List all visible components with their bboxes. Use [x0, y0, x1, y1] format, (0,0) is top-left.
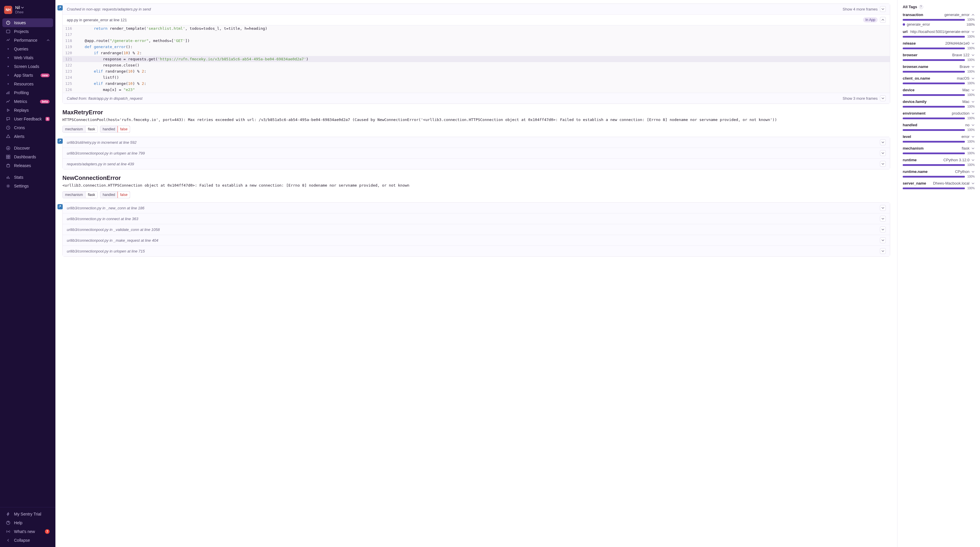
code-line: 121 response = requests.get('https://ruf… — [63, 56, 890, 62]
bullet-icon: • — [6, 47, 11, 51]
code-line: 120 if randrange(10) % 2: — [63, 50, 890, 56]
sidebar-item-releases[interactable]: Releases — [2, 161, 53, 170]
frame-row[interactable]: urllib3/connection.py in connect at line… — [63, 213, 890, 224]
expand-button[interactable] — [880, 237, 886, 243]
expand-button[interactable] — [880, 95, 886, 101]
tag-pill[interactable]: handledfalse — [100, 126, 130, 133]
tag-row[interactable]: device Mac 100% — [903, 88, 975, 97]
metrics-icon — [6, 99, 11, 104]
expand-button[interactable] — [880, 6, 886, 12]
sidebar-item-resources[interactable]: •Resources — [2, 80, 53, 88]
show-more-frames[interactable]: Show 3 more frames — [843, 96, 878, 100]
sidebar-item-label: Queries — [14, 47, 28, 51]
sidebar-item-label: Stats — [14, 175, 23, 180]
tag-row[interactable]: environment production 100% — [903, 111, 975, 120]
gear-icon — [6, 184, 11, 188]
tag-row[interactable]: transaction generate_error 100% generate… — [903, 13, 975, 27]
sidebar-item-label: My Sentry Trial — [14, 512, 41, 517]
bullet-icon: • — [6, 73, 11, 78]
frame-row[interactable]: urllib3/connectionpool.py in urlopen at … — [63, 148, 890, 159]
stats-icon — [6, 175, 11, 180]
help-icon[interactable]: ? — [919, 5, 923, 9]
tag-subvalue[interactable]: generate_error100% — [903, 22, 975, 27]
sidebar-item-help[interactable]: Help — [2, 518, 53, 527]
sidebar-item-discover[interactable]: Discover — [2, 144, 53, 153]
tag-row[interactable]: device.family Mac 100% — [903, 99, 975, 108]
sidebar-item-stats[interactable]: Stats — [2, 173, 53, 182]
tag-row[interactable]: level error 100% — [903, 134, 975, 143]
tag-row[interactable]: runtime CPython 3.12.0 100% — [903, 158, 975, 167]
issues-icon — [6, 21, 11, 25]
beta-badge: beta — [40, 100, 49, 103]
code-line: 124 listf() — [63, 74, 890, 81]
code-block: 116 return render_template('searchlist.h… — [63, 25, 890, 93]
show-more-frames[interactable]: Show 4 more frames — [843, 7, 878, 11]
all-tags-title: All Tags ? — [903, 5, 975, 9]
tag-row[interactable]: client_os.name macOS 100% — [903, 76, 975, 85]
tag-row[interactable]: release 20f4d44de1e0 100% — [903, 41, 975, 50]
frame-row[interactable]: urllib3/connectionpool.py in _validate_c… — [63, 224, 890, 235]
tag-row[interactable]: browser.name Brave 100% — [903, 64, 975, 73]
svg-rect-7 — [6, 155, 8, 157]
sidebar-item-collapse[interactable]: Collapse — [2, 536, 53, 545]
svg-rect-8 — [8, 155, 10, 157]
tag-pill[interactable]: handledfalse — [100, 191, 130, 198]
svg-rect-13 — [8, 176, 8, 179]
sidebar-item-webvitals[interactable]: •Web Vitals — [2, 53, 53, 62]
bullet-icon: • — [6, 56, 11, 60]
tag-row[interactable]: url http://localhost:5001/generate-error… — [903, 29, 975, 38]
expand-button[interactable] — [880, 150, 886, 156]
bullet-icon: • — [6, 82, 11, 86]
org-switcher[interactable]: NH Nil Dhee — [0, 1, 56, 17]
frame-row[interactable]: urllib3/connection.py in _new_conn at li… — [63, 203, 890, 213]
tag-pill[interactable]: mechanismflask — [62, 126, 98, 133]
expand-button[interactable] — [880, 216, 886, 222]
sidebar-item-queries[interactable]: •Queries — [2, 45, 53, 53]
frame-row[interactable]: urllib3/connectionpool.py in _make_reque… — [63, 235, 890, 246]
svg-rect-10 — [8, 157, 10, 159]
exception-message: HTTPSConnectionPool(host='rufn.fmoceky.i… — [62, 117, 890, 123]
tag-row[interactable]: handled no 100% — [903, 123, 975, 132]
frame-row[interactable]: requests/adapters.py in send at line 439 — [63, 159, 890, 169]
svg-point-17 — [8, 531, 9, 532]
sidebar-item-appstarts[interactable]: •App Startsnew — [2, 71, 53, 80]
expand-button[interactable] — [880, 205, 886, 211]
sidebar-item-label: App Starts — [14, 73, 33, 78]
sidebar-item-alerts[interactable]: Alerts — [2, 132, 53, 141]
tag-pill[interactable]: mechanismflask — [62, 191, 98, 198]
sidebar-item-whatsnew[interactable]: What's new7 — [2, 527, 53, 536]
svg-rect-9 — [6, 157, 8, 159]
sidebar-item-performance[interactable]: Performance — [2, 36, 53, 45]
performance-icon — [6, 38, 11, 43]
frame-file-location: app.py in generate_error at line 121 — [67, 18, 127, 22]
sidebar-item-issues[interactable]: Issues — [2, 18, 53, 27]
sidebar-item-screenloads[interactable]: •Screen Loads — [2, 62, 53, 71]
sidebar-item-settings[interactable]: Settings — [2, 182, 53, 191]
tag-row[interactable]: browser Brave 122 100% — [903, 53, 975, 62]
sidebar-item-profiling[interactable]: Profiling — [2, 88, 53, 97]
tag-row[interactable]: runtime.name CPython 100% — [903, 169, 975, 178]
new-badge: new — [41, 73, 49, 77]
tag-row[interactable]: server_name Dhees-Macbook.local 100% — [903, 181, 975, 190]
expand-button[interactable] — [880, 139, 886, 145]
expand-button[interactable] — [880, 161, 886, 167]
exception-tags: mechanismflaskhandledfalse — [62, 191, 890, 198]
sidebar-item-userfeedback[interactable]: User FeedbackB — [2, 114, 53, 123]
frame-row[interactable]: urllib3/util/retry.py in increment at li… — [63, 137, 890, 148]
tag-row[interactable]: mechanism flask 100% — [903, 146, 975, 155]
sidebar-item-projects[interactable]: Projects — [2, 27, 53, 36]
sidebar-item-dashboards[interactable]: Dashboards — [2, 153, 53, 161]
sidebar-item-crons[interactable]: Crons — [2, 123, 53, 132]
collapse-button[interactable] — [880, 17, 886, 23]
code-line: 126 map[x] = "e23" — [63, 87, 890, 93]
sidebar-item-trial[interactable]: My Sentry Trial — [2, 510, 53, 518]
expand-button[interactable] — [880, 248, 886, 254]
python-icon — [57, 138, 63, 144]
tags-panel: All Tags ? transaction generate_error 10… — [897, 0, 980, 547]
sidebar-item-metrics[interactable]: Metricsbeta — [2, 97, 53, 106]
sidebar-item-replays[interactable]: Replays — [2, 106, 53, 114]
broadcast-icon — [6, 529, 11, 534]
frame-row[interactable]: urllib3/connectionpool.py in urlopen at … — [63, 246, 890, 256]
crons-icon — [6, 126, 11, 130]
expand-button[interactable] — [880, 227, 886, 232]
